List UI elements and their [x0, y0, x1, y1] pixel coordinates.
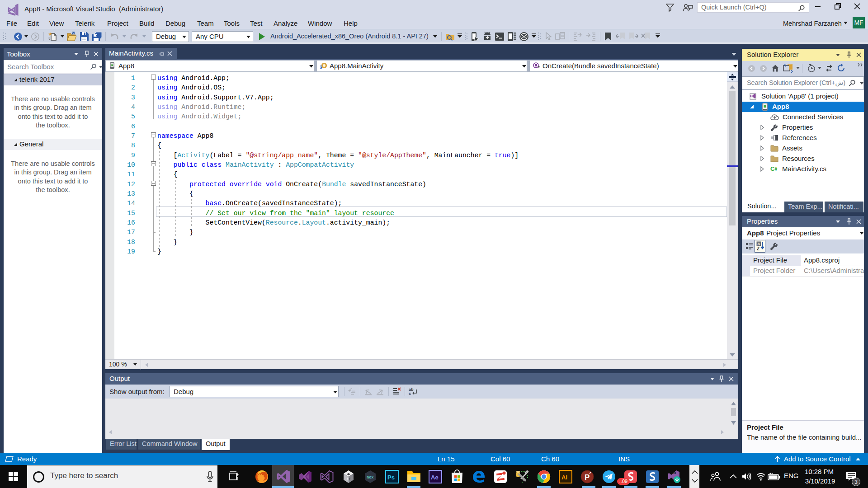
svg-text:▮▮: ▮▮: [673, 471, 676, 474]
svg-text:c: c: [409, 391, 411, 396]
svg-text:nox: nox: [367, 475, 373, 479]
svg-text:Ai: Ai: [561, 474, 567, 481]
svg-text:A: A: [757, 242, 760, 246]
svg-text:Ae: Ae: [431, 474, 439, 481]
svg-text:Ps: Ps: [387, 474, 395, 481]
svg-text:Z: Z: [757, 246, 760, 251]
svg-text:P: P: [585, 473, 590, 482]
